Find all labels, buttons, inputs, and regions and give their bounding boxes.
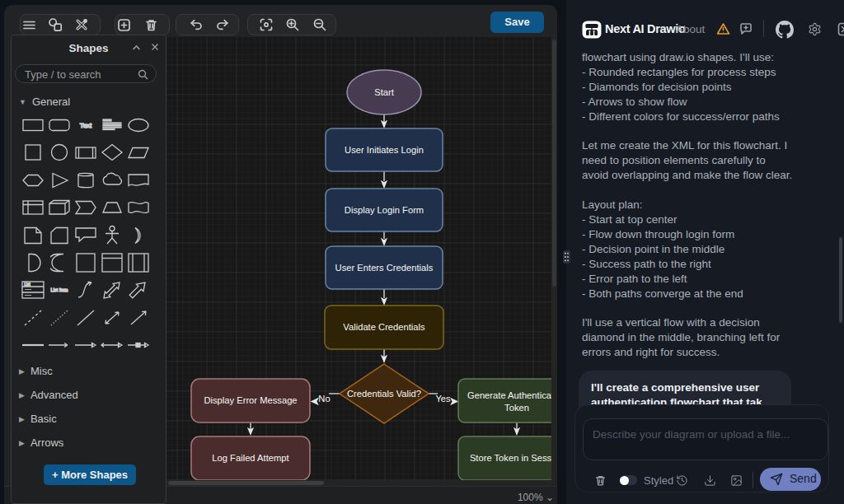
svg-text:Display Login Form: Display Login Form bbox=[345, 205, 424, 215]
svg-text:Yes: Yes bbox=[435, 394, 451, 404]
svg-text:Validate Credentials: Validate Credentials bbox=[343, 322, 425, 332]
svg-text:User Enters Credentials: User Enters Credentials bbox=[335, 263, 434, 273]
svg-text:User Initiates Login: User Initiates Login bbox=[345, 145, 424, 155]
svg-text:Start: Start bbox=[374, 87, 395, 97]
svg-text:Store Token in Session: Store Token in Session bbox=[470, 453, 551, 463]
svg-text:Credentials Valid?: Credentials Valid? bbox=[347, 389, 421, 399]
svg-text:Token: Token bbox=[504, 403, 529, 413]
svg-text:Generate Authentication: Generate Authentication bbox=[467, 390, 551, 400]
svg-text:List Item: List Item bbox=[51, 287, 68, 292]
svg-text:List: List bbox=[25, 282, 31, 287]
svg-text:Text: Text bbox=[80, 122, 92, 129]
svg-text:No: No bbox=[318, 394, 330, 404]
svg-text:Log Failed Attempt: Log Failed Attempt bbox=[212, 453, 289, 463]
svg-text:Display Error Message: Display Error Message bbox=[204, 395, 297, 405]
